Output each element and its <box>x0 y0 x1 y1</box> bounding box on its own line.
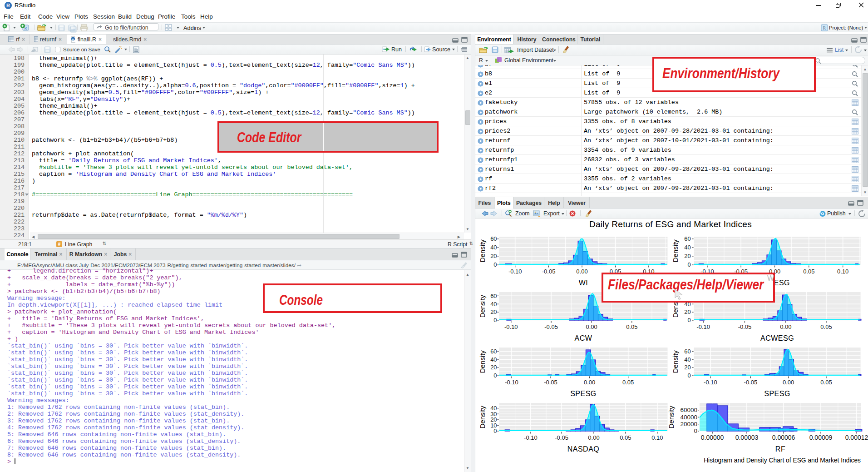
svg-text:SPESG: SPESG <box>764 390 790 397</box>
svg-text:60: 60 <box>684 235 690 242</box>
svg-text:ACWESG: ACWESG <box>760 334 794 342</box>
svg-text:-0.10: -0.10 <box>508 268 522 275</box>
svg-text:Density: Density <box>667 405 675 428</box>
svg-text:40000: 40000 <box>680 413 697 420</box>
svg-text:Density: Density <box>479 239 487 262</box>
svg-text:Density: Density <box>672 350 680 373</box>
svg-text:RF: RF <box>775 445 785 453</box>
svg-text:-0.10: -0.10 <box>504 323 518 330</box>
svg-text:0.00000: 0.00000 <box>701 434 724 441</box>
svg-text:20: 20 <box>490 364 497 371</box>
svg-text:0.00003: 0.00003 <box>735 434 759 441</box>
svg-text:0.10: 0.10 <box>837 268 848 275</box>
svg-text:0: 0 <box>687 317 690 323</box>
svg-text:0.05: 0.05 <box>820 379 832 386</box>
svg-text:20: 20 <box>684 364 690 371</box>
svg-text:0.00012: 0.00012 <box>845 434 868 441</box>
svg-text:0.00006: 0.00006 <box>772 434 795 441</box>
svg-text:ACW: ACW <box>575 334 592 342</box>
svg-text:60: 60 <box>490 348 497 354</box>
svg-text:20: 20 <box>490 253 497 259</box>
svg-text:0: 0 <box>694 427 697 434</box>
svg-text:0.00: 0.00 <box>584 379 595 386</box>
svg-text:20000: 20000 <box>680 420 697 427</box>
svg-text:0.05: 0.05 <box>626 323 637 330</box>
svg-text:0: 0 <box>687 372 690 379</box>
svg-text:40: 40 <box>684 244 690 251</box>
svg-text:0.05: 0.05 <box>620 434 631 441</box>
svg-text:-0.10: -0.10 <box>696 323 710 330</box>
svg-text:0.00: 0.00 <box>588 434 599 441</box>
svg-text:0: 0 <box>493 317 497 323</box>
svg-text:-0.05: -0.05 <box>542 268 556 275</box>
svg-text:Density: Density <box>479 405 487 428</box>
svg-text:Density: Density <box>672 239 680 262</box>
svg-text:0.00: 0.00 <box>783 379 794 386</box>
svg-text:60: 60 <box>684 348 690 354</box>
svg-text:-0.05: -0.05 <box>544 379 557 386</box>
svg-text:-0.10: -0.10 <box>524 434 538 441</box>
svg-text:60: 60 <box>490 292 497 299</box>
svg-text:0.00: 0.00 <box>576 268 587 275</box>
svg-text:WI: WI <box>579 279 588 287</box>
svg-text:SPESG: SPESG <box>570 390 597 397</box>
svg-text:-0.05: -0.05 <box>744 379 758 386</box>
svg-text:40: 40 <box>490 404 497 411</box>
svg-text:R: R <box>823 26 826 30</box>
svg-text:0.05: 0.05 <box>622 379 634 386</box>
svg-text:40: 40 <box>490 356 497 363</box>
svg-text:-0.05: -0.05 <box>555 434 568 441</box>
svg-text:0.00: 0.00 <box>586 323 597 330</box>
svg-text:NASDAQ: NASDAQ <box>567 445 600 453</box>
svg-text:0: 0 <box>687 261 690 268</box>
svg-text:40: 40 <box>490 244 497 251</box>
svg-text:20: 20 <box>684 308 690 315</box>
svg-text:40: 40 <box>684 356 690 363</box>
svg-text:20: 20 <box>684 253 690 259</box>
svg-text:-0.05: -0.05 <box>544 323 558 330</box>
svg-text:0.05: 0.05 <box>820 323 832 330</box>
svg-text:Density: Density <box>479 294 487 318</box>
svg-text:60: 60 <box>490 235 497 242</box>
svg-text:Density: Density <box>479 350 487 373</box>
svg-text:-0.05: -0.05 <box>738 323 752 330</box>
svg-text:0: 0 <box>493 261 497 268</box>
svg-text:0.10: 0.10 <box>651 434 663 441</box>
svg-text:60000: 60000 <box>680 407 697 413</box>
svg-text:40: 40 <box>490 300 497 307</box>
svg-text:-0.10: -0.10 <box>505 379 518 386</box>
svg-text:0.00009: 0.00009 <box>809 434 833 441</box>
svg-text:0.05: 0.05 <box>803 268 814 275</box>
svg-text:0: 0 <box>493 372 497 379</box>
svg-text:20: 20 <box>490 308 497 315</box>
svg-text:0.00: 0.00 <box>780 323 791 330</box>
svg-text:-0.10: -0.10 <box>704 379 717 386</box>
